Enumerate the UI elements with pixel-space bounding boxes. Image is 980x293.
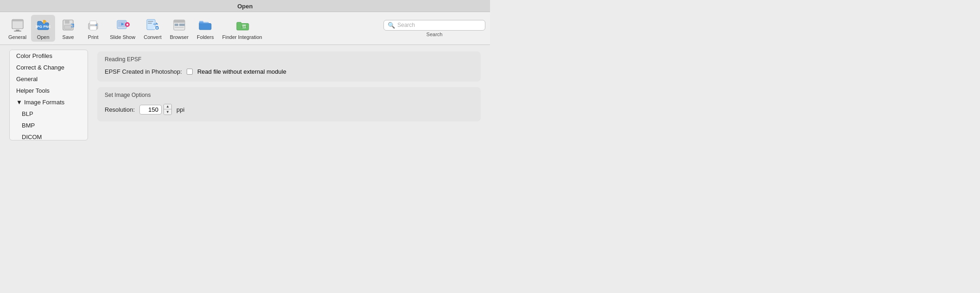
toolbar-item-folders[interactable]: Folders <box>193 15 218 42</box>
svg-rect-26 <box>179 24 185 26</box>
disclosure-icon: ▼ <box>16 99 22 106</box>
sidebar-item-bmp[interactable]: BMP <box>10 120 88 131</box>
toolbar: General JPG PNG Open <box>0 12 490 45</box>
toolbar-item-save[interactable]: Save <box>56 15 80 42</box>
search-label: Search <box>383 32 485 37</box>
resolution-row: Resolution: ▲ ▼ ppi <box>105 102 473 117</box>
toolbar-item-finder[interactable]: EXT Finder Integration <box>219 15 266 42</box>
read-without-module-label: Read file without external module <box>197 68 286 75</box>
svg-rect-8 <box>64 25 72 29</box>
sidebar-item-color-profiles[interactable]: Color Profiles <box>10 50 88 62</box>
sidebar-item-general[interactable]: General <box>10 73 88 85</box>
resolution-stepper-group: ▲ ▼ <box>139 104 172 115</box>
print-icon <box>85 17 101 33</box>
resolution-increment-button[interactable]: ▲ <box>164 104 171 109</box>
sidebar-item-correct-change[interactable]: Correct & Change <box>10 62 88 73</box>
browser-icon <box>171 17 188 33</box>
toolbar-item-slideshow[interactable]: Slide Show <box>106 15 139 42</box>
svg-text:JPG PNG: JPG PNG <box>36 25 50 29</box>
toolbar-item-browser[interactable]: Browser <box>166 15 192 42</box>
sidebar-item-blp[interactable]: BLP <box>10 108 88 120</box>
toolbar-item-open[interactable]: JPG PNG Open <box>31 15 55 42</box>
toolbar-label-folders: Folders <box>197 34 214 40</box>
svg-point-12 <box>96 25 97 26</box>
svg-rect-18 <box>148 21 153 22</box>
svg-text:EXT: EXT <box>241 25 247 28</box>
svg-rect-2 <box>16 30 19 31</box>
toolbar-items: General JPG PNG Open <box>5 15 383 42</box>
svg-rect-7 <box>65 20 69 24</box>
main-content: Color Profiles Correct & Change General … <box>0 45 490 145</box>
window-title: Open <box>237 3 252 10</box>
svg-rect-23 <box>174 20 185 23</box>
svg-rect-24 <box>175 24 178 26</box>
toolbar-label-open: Open <box>37 34 50 40</box>
set-image-options-section: Set Image Options Resolution: ▲ ▼ ppi <box>97 87 481 121</box>
search-input[interactable] <box>397 22 481 28</box>
reading-epsf-row: EPSF Created in Photoshop: Read file wit… <box>105 66 473 77</box>
sidebar-item-helper-tools[interactable]: Helper Tools <box>10 85 88 96</box>
toolbar-label-finder: Finder Integration <box>222 34 262 40</box>
sidebar: Color Profiles Correct & Change General … <box>9 50 88 140</box>
save-icon <box>60 17 76 33</box>
svg-rect-19 <box>148 23 152 24</box>
svg-rect-3 <box>14 31 21 32</box>
search-box[interactable]: 🔍 <box>383 20 485 31</box>
svg-rect-10 <box>90 26 96 30</box>
sidebar-item-dicom[interactable]: DICOM <box>10 131 88 140</box>
sidebar-item-image-formats[interactable]: ▼Image Formats <box>10 96 88 108</box>
toolbar-label-browser: Browser <box>170 34 188 40</box>
reading-epsf-section: Reading EPSF EPSF Created in Photoshop: … <box>97 51 481 82</box>
set-image-options-title: Set Image Options <box>105 92 473 98</box>
toolbar-label-save: Save <box>63 34 74 40</box>
search-icon: 🔍 <box>388 22 395 29</box>
convert-icon: EXT <box>144 17 161 33</box>
slideshow-icon <box>114 17 131 33</box>
general-icon <box>9 17 26 33</box>
epsf-photoshop-label: EPSF Created in Photoshop: <box>105 68 182 75</box>
toolbar-label-convert: Convert <box>144 34 162 40</box>
svg-rect-16 <box>126 24 128 25</box>
search-area: 🔍 Search <box>383 20 485 37</box>
svg-text:EXT: EXT <box>154 26 160 30</box>
finder-icon: EXT <box>234 17 251 33</box>
title-bar: Open <box>0 0 490 12</box>
resolution-input[interactable] <box>139 105 162 115</box>
toolbar-label-general: General <box>8 34 26 40</box>
svg-rect-25 <box>175 27 184 28</box>
svg-rect-11 <box>90 21 96 25</box>
svg-rect-1 <box>12 19 23 21</box>
read-without-module-checkbox[interactable] <box>187 69 193 75</box>
toolbar-item-general[interactable]: General <box>5 15 30 42</box>
reading-epsf-title: Reading EPSF <box>105 56 473 63</box>
toolbar-label-print: Print <box>88 34 99 40</box>
toolbar-label-slideshow: Slide Show <box>110 34 135 40</box>
resolution-unit: ppi <box>176 106 184 113</box>
resolution-label: Resolution: <box>105 106 135 113</box>
resolution-decrement-button[interactable]: ▼ <box>164 109 171 115</box>
open-icon: JPG PNG <box>35 17 51 33</box>
toolbar-item-convert[interactable]: EXT Convert <box>140 15 165 42</box>
content-panel: Reading EPSF EPSF Created in Photoshop: … <box>88 45 490 145</box>
toolbar-item-print[interactable]: Print <box>81 15 105 42</box>
resolution-stepper-buttons: ▲ ▼ <box>163 104 172 115</box>
folders-icon <box>197 17 214 33</box>
svg-rect-5 <box>43 20 45 24</box>
